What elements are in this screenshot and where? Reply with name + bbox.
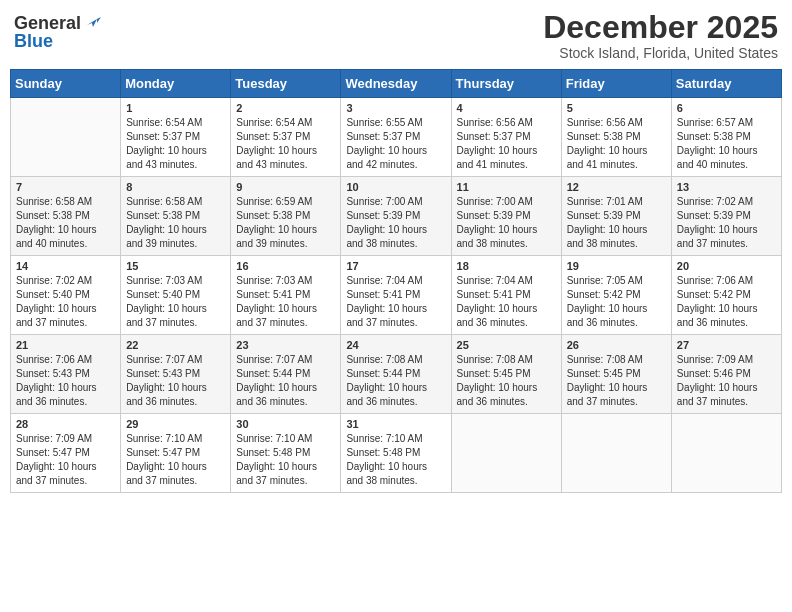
- day-number: 11: [457, 181, 556, 193]
- calendar-header-row: SundayMondayTuesdayWednesdayThursdayFrid…: [11, 70, 782, 98]
- calendar-cell: [11, 98, 121, 177]
- logo-bird-icon: [83, 13, 101, 31]
- day-number: 5: [567, 102, 666, 114]
- day-info: Sunrise: 7:03 AM Sunset: 5:40 PM Dayligh…: [126, 274, 225, 330]
- calendar-cell: [451, 414, 561, 493]
- day-number: 30: [236, 418, 335, 430]
- day-number: 16: [236, 260, 335, 272]
- calendar-week-row: 7Sunrise: 6:58 AM Sunset: 5:38 PM Daylig…: [11, 177, 782, 256]
- calendar-cell: 3Sunrise: 6:55 AM Sunset: 5:37 PM Daylig…: [341, 98, 451, 177]
- calendar-cell: [561, 414, 671, 493]
- day-number: 29: [126, 418, 225, 430]
- day-info: Sunrise: 7:02 AM Sunset: 5:40 PM Dayligh…: [16, 274, 115, 330]
- day-number: 3: [346, 102, 445, 114]
- calendar-cell: 18Sunrise: 7:04 AM Sunset: 5:41 PM Dayli…: [451, 256, 561, 335]
- day-info: Sunrise: 7:08 AM Sunset: 5:44 PM Dayligh…: [346, 353, 445, 409]
- day-number: 20: [677, 260, 776, 272]
- header-day-wednesday: Wednesday: [341, 70, 451, 98]
- day-info: Sunrise: 7:07 AM Sunset: 5:44 PM Dayligh…: [236, 353, 335, 409]
- day-number: 9: [236, 181, 335, 193]
- day-info: Sunrise: 6:58 AM Sunset: 5:38 PM Dayligh…: [126, 195, 225, 251]
- day-info: Sunrise: 7:06 AM Sunset: 5:43 PM Dayligh…: [16, 353, 115, 409]
- calendar-cell: 12Sunrise: 7:01 AM Sunset: 5:39 PM Dayli…: [561, 177, 671, 256]
- calendar-cell: 5Sunrise: 6:56 AM Sunset: 5:38 PM Daylig…: [561, 98, 671, 177]
- day-info: Sunrise: 7:05 AM Sunset: 5:42 PM Dayligh…: [567, 274, 666, 330]
- day-info: Sunrise: 7:04 AM Sunset: 5:41 PM Dayligh…: [346, 274, 445, 330]
- day-info: Sunrise: 6:57 AM Sunset: 5:38 PM Dayligh…: [677, 116, 776, 172]
- day-info: Sunrise: 7:03 AM Sunset: 5:41 PM Dayligh…: [236, 274, 335, 330]
- calendar-cell: 14Sunrise: 7:02 AM Sunset: 5:40 PM Dayli…: [11, 256, 121, 335]
- day-info: Sunrise: 7:06 AM Sunset: 5:42 PM Dayligh…: [677, 274, 776, 330]
- day-number: 23: [236, 339, 335, 351]
- day-number: 6: [677, 102, 776, 114]
- day-info: Sunrise: 7:00 AM Sunset: 5:39 PM Dayligh…: [457, 195, 556, 251]
- calendar-cell: 23Sunrise: 7:07 AM Sunset: 5:44 PM Dayli…: [231, 335, 341, 414]
- calendar-cell: 16Sunrise: 7:03 AM Sunset: 5:41 PM Dayli…: [231, 256, 341, 335]
- day-info: Sunrise: 6:56 AM Sunset: 5:37 PM Dayligh…: [457, 116, 556, 172]
- day-number: 4: [457, 102, 556, 114]
- logo: General Blue: [14, 14, 101, 50]
- day-info: Sunrise: 6:54 AM Sunset: 5:37 PM Dayligh…: [236, 116, 335, 172]
- day-info: Sunrise: 6:58 AM Sunset: 5:38 PM Dayligh…: [16, 195, 115, 251]
- calendar-cell: 29Sunrise: 7:10 AM Sunset: 5:47 PM Dayli…: [121, 414, 231, 493]
- day-info: Sunrise: 7:01 AM Sunset: 5:39 PM Dayligh…: [567, 195, 666, 251]
- day-info: Sunrise: 6:54 AM Sunset: 5:37 PM Dayligh…: [126, 116, 225, 172]
- month-title: December 2025: [543, 10, 778, 45]
- calendar-cell: 20Sunrise: 7:06 AM Sunset: 5:42 PM Dayli…: [671, 256, 781, 335]
- day-info: Sunrise: 7:09 AM Sunset: 5:47 PM Dayligh…: [16, 432, 115, 488]
- calendar-week-row: 21Sunrise: 7:06 AM Sunset: 5:43 PM Dayli…: [11, 335, 782, 414]
- day-info: Sunrise: 6:59 AM Sunset: 5:38 PM Dayligh…: [236, 195, 335, 251]
- day-number: 15: [126, 260, 225, 272]
- location-subtitle: Stock Island, Florida, United States: [543, 45, 778, 61]
- calendar-cell: 13Sunrise: 7:02 AM Sunset: 5:39 PM Dayli…: [671, 177, 781, 256]
- calendar-cell: 28Sunrise: 7:09 AM Sunset: 5:47 PM Dayli…: [11, 414, 121, 493]
- calendar-cell: 27Sunrise: 7:09 AM Sunset: 5:46 PM Dayli…: [671, 335, 781, 414]
- calendar-cell: 30Sunrise: 7:10 AM Sunset: 5:48 PM Dayli…: [231, 414, 341, 493]
- calendar-cell: 9Sunrise: 6:59 AM Sunset: 5:38 PM Daylig…: [231, 177, 341, 256]
- calendar-cell: 1Sunrise: 6:54 AM Sunset: 5:37 PM Daylig…: [121, 98, 231, 177]
- svg-marker-1: [97, 17, 101, 23]
- day-info: Sunrise: 7:08 AM Sunset: 5:45 PM Dayligh…: [457, 353, 556, 409]
- day-info: Sunrise: 6:56 AM Sunset: 5:38 PM Dayligh…: [567, 116, 666, 172]
- calendar-cell: 17Sunrise: 7:04 AM Sunset: 5:41 PM Dayli…: [341, 256, 451, 335]
- calendar-cell: 24Sunrise: 7:08 AM Sunset: 5:44 PM Dayli…: [341, 335, 451, 414]
- header-day-sunday: Sunday: [11, 70, 121, 98]
- header-day-saturday: Saturday: [671, 70, 781, 98]
- svg-marker-0: [87, 19, 97, 27]
- header-day-thursday: Thursday: [451, 70, 561, 98]
- calendar-week-row: 28Sunrise: 7:09 AM Sunset: 5:47 PM Dayli…: [11, 414, 782, 493]
- calendar-cell: 21Sunrise: 7:06 AM Sunset: 5:43 PM Dayli…: [11, 335, 121, 414]
- calendar-cell: 6Sunrise: 6:57 AM Sunset: 5:38 PM Daylig…: [671, 98, 781, 177]
- day-number: 27: [677, 339, 776, 351]
- calendar-cell: 15Sunrise: 7:03 AM Sunset: 5:40 PM Dayli…: [121, 256, 231, 335]
- day-number: 31: [346, 418, 445, 430]
- day-info: Sunrise: 7:07 AM Sunset: 5:43 PM Dayligh…: [126, 353, 225, 409]
- day-number: 7: [16, 181, 115, 193]
- calendar-cell: 11Sunrise: 7:00 AM Sunset: 5:39 PM Dayli…: [451, 177, 561, 256]
- day-number: 12: [567, 181, 666, 193]
- calendar-cell: [671, 414, 781, 493]
- logo-blue: Blue: [14, 32, 53, 50]
- header-day-monday: Monday: [121, 70, 231, 98]
- day-info: Sunrise: 7:04 AM Sunset: 5:41 PM Dayligh…: [457, 274, 556, 330]
- logo-general: General: [14, 14, 81, 32]
- day-info: Sunrise: 7:09 AM Sunset: 5:46 PM Dayligh…: [677, 353, 776, 409]
- day-number: 24: [346, 339, 445, 351]
- day-info: Sunrise: 7:10 AM Sunset: 5:47 PM Dayligh…: [126, 432, 225, 488]
- day-number: 22: [126, 339, 225, 351]
- title-section: December 2025 Stock Island, Florida, Uni…: [543, 10, 778, 61]
- day-info: Sunrise: 7:10 AM Sunset: 5:48 PM Dayligh…: [236, 432, 335, 488]
- day-info: Sunrise: 6:55 AM Sunset: 5:37 PM Dayligh…: [346, 116, 445, 172]
- calendar-table: SundayMondayTuesdayWednesdayThursdayFrid…: [10, 69, 782, 493]
- day-info: Sunrise: 7:08 AM Sunset: 5:45 PM Dayligh…: [567, 353, 666, 409]
- day-number: 25: [457, 339, 556, 351]
- header-day-tuesday: Tuesday: [231, 70, 341, 98]
- day-number: 10: [346, 181, 445, 193]
- calendar-cell: 10Sunrise: 7:00 AM Sunset: 5:39 PM Dayli…: [341, 177, 451, 256]
- day-number: 19: [567, 260, 666, 272]
- calendar-cell: 2Sunrise: 6:54 AM Sunset: 5:37 PM Daylig…: [231, 98, 341, 177]
- day-info: Sunrise: 7:00 AM Sunset: 5:39 PM Dayligh…: [346, 195, 445, 251]
- calendar-week-row: 14Sunrise: 7:02 AM Sunset: 5:40 PM Dayli…: [11, 256, 782, 335]
- header-day-friday: Friday: [561, 70, 671, 98]
- day-number: 2: [236, 102, 335, 114]
